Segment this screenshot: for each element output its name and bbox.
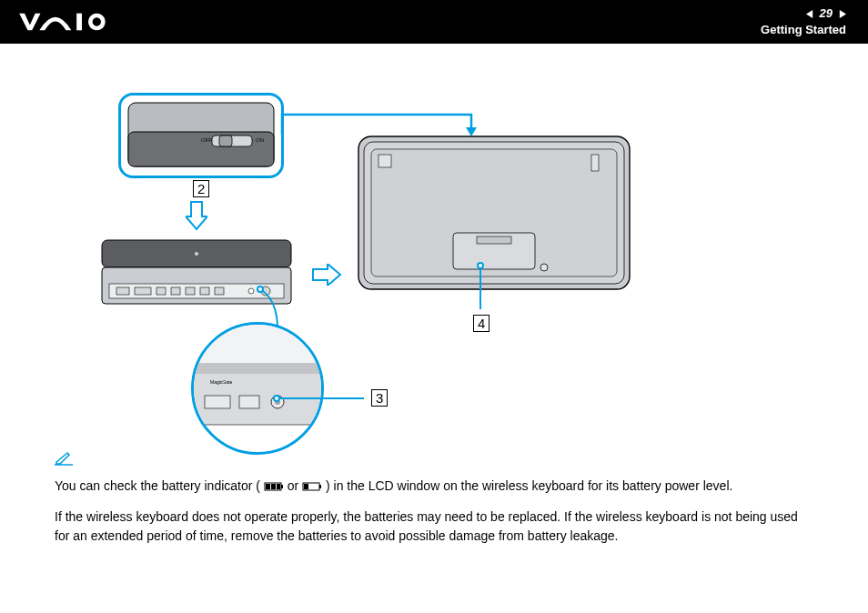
svg-marker-2 [840,10,846,18]
svg-rect-16 [186,287,195,295]
svg-rect-6 [219,136,232,146]
svg-marker-7 [186,202,207,229]
svg-rect-26 [239,396,259,408]
page-nav: 29 [761,6,846,21]
svg-rect-50 [304,484,308,489]
note-text-1c: ) in the LCD window on the wireless keyb… [326,478,732,493]
svg-rect-23 [194,325,321,363]
keyboard-back-illustration [353,131,635,304]
port-closeup-illustration [194,325,321,452]
svg-rect-45 [266,484,270,489]
connector-line-3-label [273,395,373,402]
switch-on-label: ON [256,137,264,143]
diagram: OFF ON 2 [55,65,801,429]
svg-rect-15 [171,287,180,295]
callout-label-2: 2 [193,180,209,197]
svg-rect-18 [215,287,224,295]
arrow-down-icon [186,200,207,231]
switch-off-label: OFF [201,137,212,143]
svg-rect-25 [205,396,230,408]
svg-rect-36 [591,155,599,171]
svg-marker-31 [313,264,340,286]
arrow-right-icon [311,264,342,286]
nav-next-icon[interactable] [838,10,846,18]
svg-rect-46 [271,484,276,489]
section-title: Getting Started [761,23,846,37]
svg-rect-17 [200,287,209,295]
nav-prev-icon[interactable] [806,10,814,18]
note-block: You can check the battery indicator ( or… [55,446,813,546]
note-line-1: You can check the battery indicator ( or… [55,477,813,497]
svg-rect-47 [277,484,280,489]
svg-point-21 [257,286,263,292]
svg-marker-40 [466,127,477,136]
header-bar: 29 Getting Started [0,0,868,44]
svg-rect-24 [194,363,321,374]
battery-low-icon [302,477,322,497]
svg-point-30 [274,396,279,401]
svg-marker-1 [806,10,812,18]
svg-rect-0 [76,14,82,31]
svg-point-42 [478,263,483,268]
battery-full-icon [264,477,284,497]
svg-rect-44 [281,485,283,488]
svg-rect-38 [477,236,511,244]
callout-label-3: 3 [371,389,388,407]
svg-point-9 [195,252,198,256]
connector-line-4 [477,260,484,315]
connector-line-top [280,109,490,146]
svg-rect-12 [116,287,129,295]
callout-switch: OFF ON [118,93,284,178]
vaio-logo [18,9,125,35]
note-line-2: If the wireless keyboard does not operat… [55,507,813,546]
svg-rect-13 [135,287,151,295]
switch-closeup-illustration [121,95,281,176]
note-icon [55,446,813,473]
port-label: MagicGate [210,379,232,385]
page-content: OFF ON 2 [0,44,868,578]
note-text-1a: You can check the battery indicator ( [55,478,260,493]
svg-rect-49 [319,485,321,488]
callout-label-4: 4 [473,315,490,332]
svg-rect-14 [156,287,166,295]
svg-point-39 [540,264,548,271]
note-text-1b: or [288,478,302,493]
callout-port: MagicGate [191,322,324,455]
svg-rect-35 [378,155,391,167]
header-right: 29 Getting Started [761,6,846,36]
page-number: 29 [820,6,833,21]
